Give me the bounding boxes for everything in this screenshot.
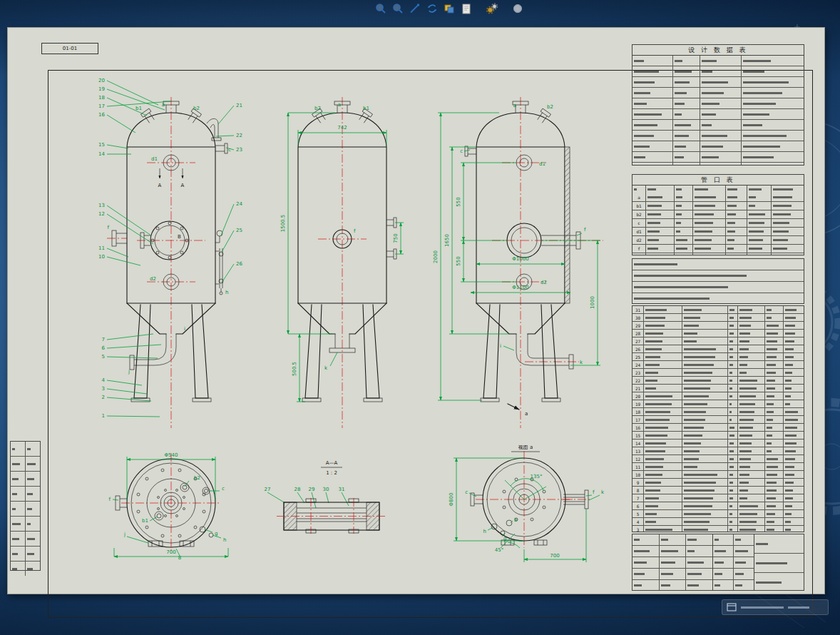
table-cell	[700, 163, 741, 166]
table-cell	[733, 569, 754, 579]
table-cell	[25, 457, 40, 471]
table-row	[713, 557, 754, 568]
settings-knob-icon[interactable]	[511, 1, 524, 15]
table-cell	[783, 510, 804, 517]
table-cell	[783, 369, 804, 376]
table-row: d2	[632, 235, 804, 244]
table-cell	[682, 455, 727, 462]
table-cell	[725, 210, 747, 218]
table-row: 22	[632, 376, 804, 384]
table-row	[11, 531, 40, 546]
refresh-icon[interactable]	[425, 1, 439, 15]
table-cell	[700, 152, 741, 162]
table-row	[713, 579, 754, 591]
table-cell	[645, 219, 674, 227]
table-cell	[727, 487, 737, 494]
table-cell	[682, 526, 727, 532]
table-cell	[672, 152, 700, 162]
table-cell	[727, 337, 737, 345]
table-row: 18	[632, 407, 804, 415]
table-cell: d1	[632, 228, 645, 235]
table-cell	[783, 345, 804, 352]
table-cell	[682, 424, 727, 431]
draw-line-icon[interactable]	[408, 1, 421, 15]
table-cell	[700, 56, 741, 66]
table-cell	[771, 210, 804, 218]
palette-icon[interactable]	[442, 1, 456, 15]
table-row: f	[632, 244, 804, 253]
table-cell	[737, 330, 764, 337]
table-cell	[783, 330, 804, 337]
table-cell: 12	[632, 455, 643, 462]
table-cell	[727, 361, 737, 368]
table-cell	[700, 66, 741, 76]
table-cell	[764, 487, 783, 494]
table-cell	[764, 345, 783, 352]
table-row: 5	[632, 509, 804, 517]
table-cell	[764, 518, 783, 525]
table-cell	[764, 471, 783, 478]
table-cell	[783, 377, 804, 384]
table-cell	[764, 385, 783, 392]
table-cell	[725, 202, 747, 210]
table-row: 19	[632, 400, 804, 407]
table-cell	[727, 432, 737, 439]
table-cell	[764, 455, 783, 462]
table-cell	[725, 245, 747, 253]
zoom-in-icon[interactable]	[374, 1, 387, 15]
table-cell	[682, 322, 727, 329]
table-cell	[682, 361, 727, 368]
table-cell	[11, 442, 25, 456]
table-cell	[682, 330, 727, 337]
table-cell: 18	[632, 408, 643, 415]
table-row: 3	[632, 525, 804, 532]
table-row	[754, 534, 804, 553]
table-cell	[11, 487, 25, 501]
table-cell	[737, 408, 764, 415]
table-cell: 14	[632, 440, 643, 447]
table-cell	[733, 546, 754, 557]
table-cell	[643, 369, 682, 376]
table-row: b1	[632, 201, 804, 210]
table-cell	[692, 186, 725, 193]
table-cell	[737, 306, 764, 313]
table-cell	[700, 98, 741, 108]
table-cell	[643, 345, 682, 352]
table-cell	[682, 518, 727, 525]
table-cell	[11, 502, 25, 516]
table-cell	[783, 424, 804, 431]
table-cell	[672, 131, 700, 141]
table-row	[754, 553, 804, 572]
table-cell	[727, 479, 737, 486]
table-cell	[741, 77, 804, 87]
table-cell	[632, 569, 659, 579]
table-cell	[685, 569, 712, 579]
table-cell	[737, 385, 764, 392]
table-cell	[783, 400, 804, 407]
table-row	[632, 281, 804, 293]
gears-icon[interactable]	[485, 1, 498, 15]
table-cell	[713, 580, 733, 591]
table-cell	[643, 337, 682, 345]
table-cell: 7	[632, 494, 643, 502]
table-cell	[11, 457, 25, 471]
table-cell	[643, 432, 682, 439]
table-cell	[747, 245, 771, 253]
table-cell	[685, 546, 712, 557]
table-cell	[632, 56, 672, 66]
notes-block	[632, 258, 804, 304]
table-cell	[632, 88, 672, 98]
table-cell	[741, 131, 804, 141]
table-cell: f	[632, 245, 645, 253]
table-cell	[764, 330, 783, 337]
document-icon[interactable]	[459, 1, 473, 15]
table-cell	[725, 236, 747, 244]
table-cell	[737, 322, 764, 329]
table-cell	[764, 432, 783, 439]
drawing-title-cell	[754, 534, 804, 590]
table-cell	[764, 314, 783, 321]
table-cell	[682, 502, 727, 509]
table-cell	[783, 337, 804, 345]
zoom-out-icon[interactable]	[391, 1, 404, 15]
taskbar-widget[interactable]	[722, 599, 829, 615]
